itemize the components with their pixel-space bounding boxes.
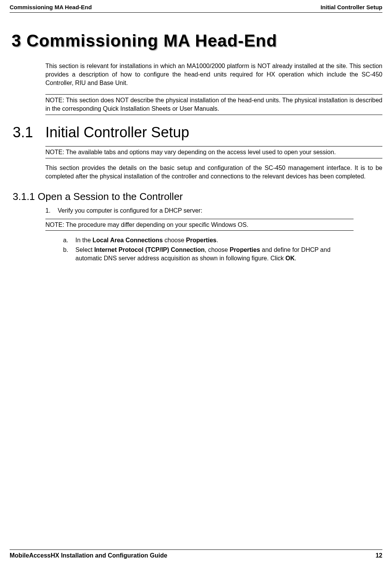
step-marker: 1. — [45, 206, 58, 215]
intro-paragraph: This section is relevant for installatio… — [45, 62, 382, 87]
note-box-1: NOTE: This section does NOT describe the… — [45, 94, 382, 115]
chapter-title: 3 Commissioning MA Head-End — [12, 31, 392, 50]
body-paragraph: This section provides the details on the… — [45, 164, 382, 181]
header-left: Commissioning MA Head-End — [10, 4, 92, 10]
note-box-3: NOTE: The procedure may differ depending… — [45, 219, 354, 231]
footer-title: MobileAccessHX Installation and Configur… — [10, 552, 167, 559]
step-text: Verify you computer is configured for a … — [58, 206, 202, 215]
page-header: Commissioning MA Head-End Initial Contro… — [0, 0, 392, 12]
footer-rule — [10, 549, 382, 550]
section-number: 3.1 — [13, 124, 45, 141]
page-number: 12 — [375, 552, 382, 559]
substep-marker: b. — [63, 246, 75, 263]
substep-marker: a. — [63, 236, 75, 245]
header-rule — [10, 12, 382, 13]
page-footer: MobileAccessHX Installation and Configur… — [10, 549, 382, 559]
step-1: 1. Verify you computer is configured for… — [45, 206, 382, 215]
section-3-1-heading: 3.1 Initial Controller Setup — [13, 124, 392, 141]
note-box-2: NOTE: The available tabs and options may… — [45, 146, 382, 158]
substep-b-text: Select Internet Protocol (TCP/IP) Connec… — [75, 246, 354, 263]
substep-a-text: In the Local Area Connections choose Pro… — [75, 236, 218, 245]
substep-a: a. In the Local Area Connections choose … — [63, 236, 354, 245]
header-right: Initial Controller Setup — [320, 4, 382, 10]
section-3-1-1-heading: 3.1.1 Open a Session to the Controller — [13, 191, 392, 203]
section-title: Initial Controller Setup — [45, 124, 189, 141]
substep-b: b. Select Internet Protocol (TCP/IP) Con… — [63, 246, 354, 263]
